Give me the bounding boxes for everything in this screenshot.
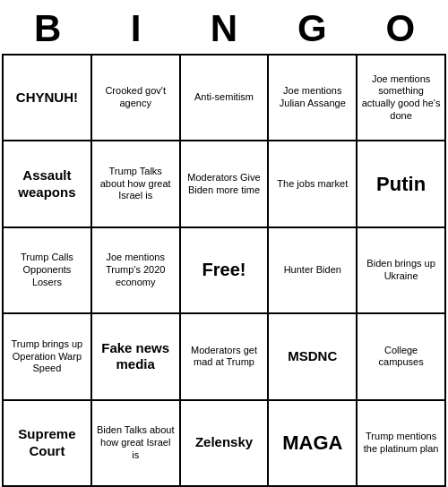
bingo-cell-13[interactable]: Hunter Biden bbox=[269, 228, 358, 314]
letter-o: O bbox=[357, 7, 444, 50]
bingo-cell-4[interactable]: Joe mentions something actually good he'… bbox=[358, 56, 446, 141]
letter-n: N bbox=[180, 7, 268, 50]
bingo-cell-22[interactable]: Zelensky bbox=[181, 401, 270, 487]
bingo-grid: CHYNUH!Crooked gov't agencyAnti-semitism… bbox=[2, 54, 446, 487]
bingo-cell-9[interactable]: Putin bbox=[358, 141, 446, 227]
bingo-cell-3[interactable]: Joe mentions Julian Assange bbox=[269, 56, 358, 141]
bingo-cell-17[interactable]: Moderators get mad at Trump bbox=[181, 314, 270, 400]
bingo-cell-20[interactable]: Supreme Court bbox=[4, 401, 92, 487]
letter-i: I bbox=[91, 7, 179, 50]
letter-b: B bbox=[4, 7, 91, 50]
bingo-cell-18[interactable]: MSDNC bbox=[269, 314, 358, 400]
bingo-cell-1[interactable]: Crooked gov't agency bbox=[92, 56, 181, 141]
bingo-cell-7[interactable]: Moderators Give Biden more time bbox=[181, 141, 270, 227]
bingo-cell-11[interactable]: Joe mentions Trump's 2020 economy bbox=[92, 228, 181, 314]
bingo-title: B I N G O bbox=[0, 0, 448, 54]
bingo-cell-24[interactable]: Trump mentions the platinum plan bbox=[358, 401, 446, 487]
bingo-cell-14[interactable]: Biden brings up Ukraine bbox=[358, 228, 446, 314]
bingo-cell-12[interactable]: Free! bbox=[181, 228, 270, 314]
letter-g: G bbox=[268, 7, 356, 50]
bingo-cell-8[interactable]: The jobs market bbox=[269, 141, 358, 227]
bingo-cell-0[interactable]: CHYNUH! bbox=[4, 56, 92, 141]
bingo-cell-23[interactable]: MAGA bbox=[269, 401, 358, 487]
bingo-cell-2[interactable]: Anti-semitism bbox=[181, 56, 270, 141]
bingo-cell-15[interactable]: Trump brings up Operation Warp Speed bbox=[4, 314, 92, 400]
bingo-cell-21[interactable]: Biden Talks about how great Israel is bbox=[92, 401, 181, 487]
bingo-cell-19[interactable]: College campuses bbox=[358, 314, 446, 400]
bingo-cell-5[interactable]: Assault weapons bbox=[4, 141, 92, 227]
bingo-cell-10[interactable]: Trump Calls Opponents Losers bbox=[4, 228, 92, 314]
bingo-cell-6[interactable]: Trump Talks about how great Israel is bbox=[92, 141, 181, 227]
bingo-cell-16[interactable]: Fake news media bbox=[92, 314, 181, 400]
